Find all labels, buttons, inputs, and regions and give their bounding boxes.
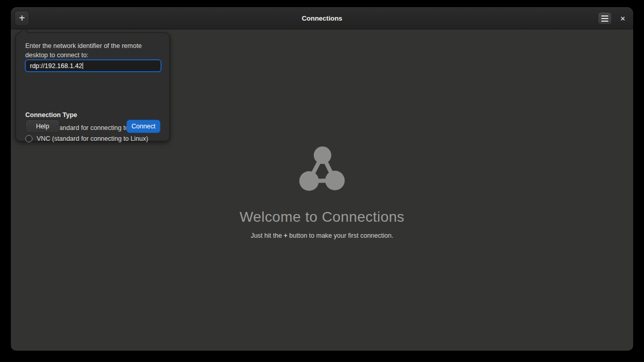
welcome-subtitle: Just hit the + button to make your first… [251,232,393,239]
help-button[interactable]: Help [25,120,60,133]
connections-app-icon [299,146,345,191]
empty-state: Welcome to Connections Just hit the + bu… [11,146,633,239]
address-input[interactable]: rdp://192.168.1.42 [25,59,162,72]
subtitle-text: button to make your first connection. [287,232,393,239]
close-icon: × [621,14,625,22]
radio-unselected-icon[interactable] [25,135,33,142]
network-id-prompt: Enter the network identifier of the remo… [25,41,165,60]
welcome-title: Welcome to Connections [239,209,405,225]
subtitle-text: Just hit the [251,232,284,239]
desktop-background: + Connections × [0,0,644,362]
connection-type-heading: Connection Type [25,111,77,119]
radio-option-vnc[interactable]: VNC (standard for connecting to Linux) [25,135,148,142]
plus-icon: + [19,13,25,23]
new-connection-popover: Enter the network identifier of the remo… [15,32,170,141]
menu-button[interactable] [598,12,612,25]
text-caret [83,62,83,69]
titlebar[interactable]: + Connections × [11,7,633,29]
address-value: rdp://192.168.1.42 [30,62,82,70]
add-connection-button[interactable]: + [14,11,29,26]
close-button[interactable]: × [617,12,629,24]
radio-option-label: VNC (standard for connecting to Linux) [37,135,148,142]
hamburger-icon [601,15,608,22]
popover-arrow [19,28,28,37]
connections-window: + Connections × [11,7,633,351]
connect-button[interactable]: Connect [126,120,160,133]
window-title: Connections [11,7,633,29]
